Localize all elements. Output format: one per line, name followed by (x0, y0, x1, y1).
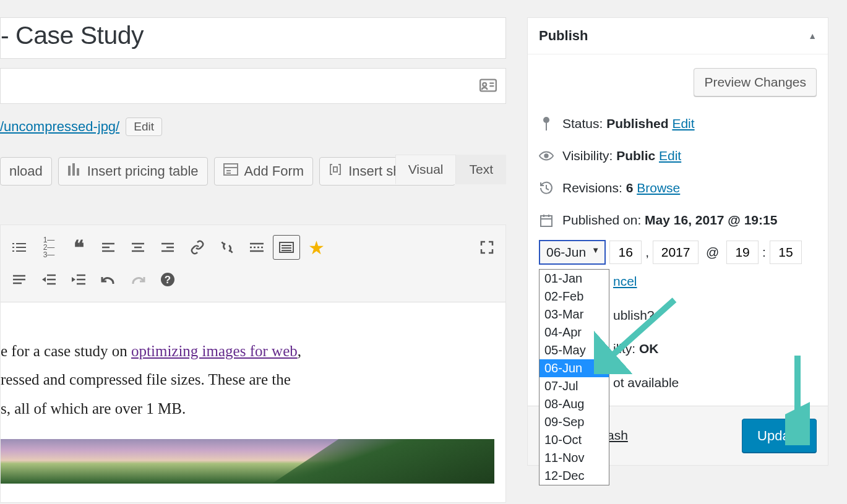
outdent-icon[interactable] (35, 267, 62, 292)
readmore-icon[interactable] (243, 235, 270, 260)
svg-point-51 (544, 154, 548, 158)
browse-revisions-link[interactable]: Browse (637, 181, 680, 195)
star-icon[interactable]: ★ (303, 235, 330, 260)
minute-input[interactable] (770, 241, 802, 264)
content-link[interactable]: optimizing images for web (131, 343, 298, 359)
month-option[interactable]: 05-May (540, 341, 609, 359)
year-input[interactable] (653, 241, 699, 264)
publish-title: Publish (539, 28, 588, 44)
svg-point-1 (483, 83, 486, 87)
revisions-value: 6 (626, 181, 634, 195)
tab-visual[interactable]: Visual (395, 155, 457, 184)
month-option[interactable]: 11-Nov (540, 449, 609, 467)
hour-input[interactable] (726, 241, 759, 264)
svg-text:?: ? (165, 274, 171, 286)
content-text-1b: , (298, 343, 301, 359)
download-label: nload (9, 163, 43, 179)
revisions-icon (539, 181, 554, 195)
tinymce-toolbar: 1—2—3— ❝ ★ ? (1, 224, 505, 302)
month-option[interactable]: 12-Dec (540, 467, 609, 485)
form-label: Add Form (244, 163, 304, 179)
publish-question: ublish? (613, 308, 655, 322)
comma-sep: , (645, 245, 649, 260)
month-option[interactable]: 07-Jul (540, 377, 609, 395)
edit-visibility-link[interactable]: Edit (659, 148, 681, 163)
svg-rect-52 (541, 216, 552, 226)
align-center-icon[interactable] (124, 235, 152, 260)
revisions-label: Revisions: (562, 181, 626, 195)
eye-icon (539, 150, 554, 161)
id-card-icon (479, 79, 497, 95)
calendar-icon (539, 213, 554, 227)
svg-rect-5 (72, 163, 75, 176)
shortcode-icon (329, 163, 342, 180)
secondary-title-box[interactable] (0, 68, 506, 104)
preview-changes-button[interactable]: Preview Changes (694, 68, 817, 96)
colon-sep: : (762, 245, 766, 260)
insert-pricing-table-button[interactable]: Insert pricing table (58, 157, 208, 186)
undo-icon[interactable] (95, 267, 122, 292)
at-sep: @ (702, 245, 723, 260)
numbered-list-icon[interactable]: 1—2—3— (35, 235, 62, 260)
svg-line-28 (230, 251, 232, 253)
form-icon (223, 163, 238, 179)
visibility-value: Public (616, 148, 655, 163)
align-right-icon[interactable] (154, 235, 181, 260)
published-on-value: May 16, 2017 @ 19:15 (645, 213, 777, 227)
svg-rect-6 (77, 168, 79, 176)
readability-label: ility: (613, 341, 639, 356)
download-button[interactable]: nload (0, 157, 52, 186)
content-image[interactable] (1, 439, 494, 484)
help-icon[interactable]: ? (154, 267, 181, 292)
month-option[interactable]: 06-Jun (540, 359, 609, 377)
toolbar-toggle-icon[interactable] (273, 235, 300, 260)
month-option[interactable]: 04-Apr (540, 323, 609, 341)
indent-icon[interactable] (65, 267, 92, 292)
tab-text[interactable]: Text (456, 155, 506, 184)
editor-wrapper: 1—2—3— ❝ ★ ? (0, 224, 506, 503)
pricing-label: Insert pricing table (87, 163, 199, 179)
month-option[interactable]: 10-Oct (540, 431, 609, 449)
list-icon[interactable] (6, 235, 33, 260)
month-select[interactable]: 06-Jun (539, 240, 606, 265)
cancel-date-link[interactable]: ncel (613, 274, 637, 288)
unlink-icon[interactable] (213, 235, 241, 260)
edit-permalink-button[interactable]: Edit (126, 117, 162, 136)
svg-marker-46 (72, 277, 75, 282)
heading-icon[interactable] (6, 267, 33, 292)
permalink-link[interactable]: /uncompressed-jpg/ (0, 119, 119, 135)
month-dropdown[interactable]: 01-Jan02-Feb03-Mar04-Apr05-May06-Jun07-J… (539, 269, 609, 485)
visibility-label: Visibility: (562, 148, 616, 163)
fullscreen-icon[interactable] (473, 235, 501, 260)
post-title-input[interactable]: - Case Study (0, 17, 506, 59)
day-input[interactable] (609, 241, 642, 264)
edit-status-link[interactable]: Edit (672, 116, 694, 130)
link-icon[interactable] (184, 235, 211, 260)
content-text-1a: e for a case study on (1, 343, 131, 359)
svg-point-49 (543, 117, 549, 123)
move-to-trash-link[interactable]: ash (607, 428, 628, 442)
quote-icon[interactable]: ❝ (65, 235, 92, 260)
month-option[interactable]: 08-Aug (540, 395, 609, 413)
svg-line-27 (221, 242, 223, 244)
publish-header[interactable]: Publish ▲ (528, 18, 828, 54)
add-form-button[interactable]: Add Form (214, 157, 314, 186)
seo-value: ot available (613, 375, 679, 390)
align-left-icon[interactable] (95, 235, 122, 260)
svg-rect-4 (68, 166, 71, 176)
month-option[interactable]: 09-Sep (540, 413, 609, 431)
svg-marker-42 (42, 277, 46, 282)
svg-rect-11 (333, 167, 337, 172)
bars-icon (67, 163, 81, 179)
month-option[interactable]: 03-Mar (540, 305, 609, 323)
post-title-text: - Case Study (1, 21, 144, 49)
published-on-label: Published on: (562, 213, 645, 227)
collapse-icon[interactable]: ▲ (808, 31, 817, 41)
month-option[interactable]: 01-Jan (540, 270, 609, 288)
status-label: Status: (562, 116, 606, 130)
redo-icon[interactable] (124, 267, 152, 292)
pin-icon (539, 116, 554, 131)
month-option[interactable]: 02-Feb (540, 288, 609, 305)
editor-content[interactable]: e for a case study on optimizing images … (1, 302, 505, 502)
update-button[interactable]: Update (742, 419, 817, 453)
